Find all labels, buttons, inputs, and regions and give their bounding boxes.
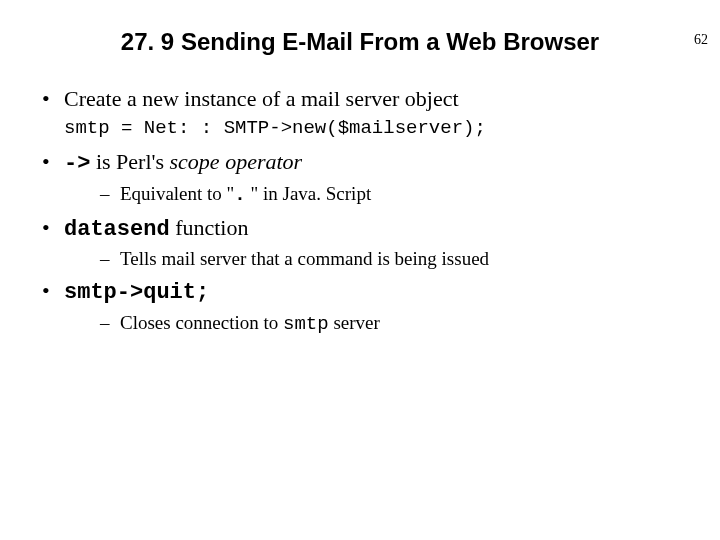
slide-title: 27. 9 Sending E-Mail From a Web Browser: [0, 28, 720, 56]
bullet-3: datasend function Tells mail server that…: [30, 213, 690, 272]
bullet-4-sub-code: smtp: [283, 313, 329, 335]
bullet-3-code: datasend: [64, 217, 170, 242]
bullet-1: Create a new instance of a mail server o…: [30, 84, 690, 114]
bullet-2-sub-post: " in Java. Script: [246, 183, 371, 204]
bullet-2-italic: scope operator: [170, 149, 303, 174]
bullet-2-sub-code: .: [234, 184, 245, 206]
bullet-4-code: smtp->quit;: [64, 280, 209, 305]
bullet-2-code: ->: [64, 151, 90, 176]
bullet-4: smtp->quit; Closes connection to smtp se…: [30, 276, 690, 337]
page-number: 62: [694, 32, 708, 48]
bullet-4-sub-post: server: [329, 312, 380, 333]
slide: 62 27. 9 Sending E-Mail From a Web Brows…: [0, 28, 720, 540]
bullet-4-sub-pre: Closes connection to: [120, 312, 283, 333]
bullet-2-sub-pre: Equivalent to ": [120, 183, 234, 204]
bullet-1-text: Create a new instance of a mail server o…: [64, 86, 459, 111]
bullet-3-sub: Tells mail server that a command is bein…: [64, 246, 690, 272]
bullet-3-text: function: [170, 215, 249, 240]
slide-content: Create a new instance of a mail server o…: [0, 84, 720, 337]
bullet-2-sub: Equivalent to ". " in Java. Script: [64, 181, 690, 209]
bullet-4-sub: Closes connection to smtp server: [64, 310, 690, 338]
code-line-1: smtp = Net: : SMTP->new($mailserver);: [30, 116, 690, 142]
bullet-2-mid: is Perl's: [90, 149, 169, 174]
bullet-2: -> is Perl's scope operator Equivalent t…: [30, 147, 690, 208]
